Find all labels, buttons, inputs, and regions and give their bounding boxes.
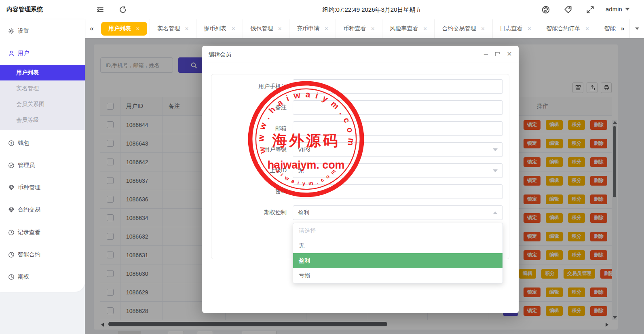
email-input[interactable] [293, 121, 503, 136]
user-icon [8, 50, 15, 57]
users-submenu: 用户列表 实名管理 会员关系图 会员等级 [0, 65, 85, 130]
phone-input[interactable] [293, 79, 503, 94]
sidebar-item-wallet[interactable]: $ 钱包 [0, 136, 85, 150]
tab-user-list[interactable]: 用户列表✕ [101, 22, 147, 36]
tab-close-icon[interactable]: ✕ [423, 26, 427, 32]
submenu-item-member-graph[interactable]: 会员关系图 [0, 96, 85, 112]
password-input[interactable] [293, 184, 503, 199]
sidebar-item-users[interactable]: 用户 [0, 47, 85, 60]
sidebar: 设置 用户 用户列表 实名管理 会员关系图 会员等级 $ 钱包 管理员 币种管理… [0, 19, 85, 292]
tab-close-icon[interactable]: ✕ [185, 26, 189, 32]
check-circle-icon [8, 162, 15, 169]
tab-close-icon[interactable]: ✕ [278, 26, 282, 32]
top-header: 内容管理系统 纽约:07:22:49 2026年3月20日星期五 admin [0, 0, 644, 19]
field-phone: 用户手机号 [202, 79, 519, 94]
theme-palette-icon[interactable] [541, 5, 550, 14]
tabs-menu-icon[interactable] [629, 19, 644, 38]
dropdown-option-profit[interactable]: 盈利 [293, 253, 503, 268]
svg-text:$: $ [11, 142, 13, 145]
tab-wallet-manage[interactable]: 钱包管理✕ [243, 19, 289, 38]
modal-title: 编辑会员 [209, 51, 231, 58]
tab-close-icon[interactable]: ✕ [585, 26, 589, 32]
user-level-select[interactable]: VIP3 [293, 142, 503, 157]
fullscreen-icon[interactable] [586, 5, 595, 14]
dropdown-option-none[interactable]: 无 [293, 238, 503, 253]
maximize-icon[interactable] [494, 51, 501, 58]
field-parent-id: 上级ID 无 [202, 163, 519, 178]
tab-smart-contract-orders[interactable]: 智能合约订单✕ [539, 19, 597, 38]
history-icon [8, 274, 15, 280]
sidebar-item-admins[interactable]: 管理员 [0, 159, 85, 172]
tab-close-icon[interactable]: ✕ [371, 26, 375, 32]
tabs-scroll-right-icon[interactable]: » [616, 25, 629, 33]
option-control-dropdown: 请选择 无 盈利 亏损 [293, 223, 503, 283]
chevron-down-icon [493, 148, 498, 151]
sidebar-collapse-icon[interactable] [96, 5, 105, 14]
chevron-up-icon [493, 211, 498, 214]
tab-realname[interactable]: 实名管理✕ [150, 19, 196, 38]
sidebar-item-coin-manage[interactable]: 币种管理 [0, 181, 85, 194]
chevron-down-icon [493, 169, 498, 172]
gear-icon [8, 28, 15, 34]
tab-withdraw-list[interactable]: 提币列表✕ [196, 19, 243, 38]
user-caret-icon [625, 8, 630, 11]
tab-log-view[interactable]: 日志查看✕ [492, 19, 539, 38]
tab-coin-view[interactable]: 币种查看✕ [336, 19, 382, 38]
tab-close-icon[interactable]: ✕ [324, 26, 328, 32]
field-user-level: 用户等级 VIP3 [202, 142, 519, 157]
tab-close-icon[interactable]: ✕ [481, 26, 485, 32]
tab-bar: « 用户列表✕ 实名管理✕ 提币列表✕ 钱包管理✕ 充币申请✕ 币种查看✕ 风险… [85, 19, 644, 38]
sidebar-item-smart-contract[interactable]: 智能合约 [0, 248, 85, 262]
dropdown-option-placeholder[interactable]: 请选择 [293, 223, 503, 238]
option-control-select[interactable]: 盈利 [293, 205, 503, 220]
field-email: 邮箱 [202, 121, 519, 136]
app-title: 内容管理系统 [6, 6, 43, 13]
submenu-item-member-level[interactable]: 会员等级 [0, 112, 85, 128]
tab-close-icon[interactable]: ✕ [136, 26, 140, 32]
field-note: 备注 [202, 100, 519, 115]
tab-risk-view[interactable]: 风险率查看✕ [382, 19, 434, 38]
tab-close-icon[interactable]: ✕ [528, 26, 532, 32]
minimize-icon[interactable]: ─ [482, 51, 490, 58]
sidebar-item-contract-trade[interactable]: 合约交易 [0, 203, 85, 217]
refresh-icon[interactable] [118, 5, 127, 14]
user-menu[interactable]: admin [606, 6, 630, 13]
sidebar-item-records[interactable]: 记录查看 [0, 226, 85, 239]
modal-header[interactable]: 编辑会员 ─ ✕ [202, 46, 519, 63]
tabs-strip: 用户列表✕ 实名管理✕ 提币列表✕ 钱包管理✕ 充币申请✕ 币种查看✕ 风险率查… [99, 19, 616, 38]
submenu-item-realname[interactable]: 实名管理 [0, 80, 85, 96]
close-icon[interactable]: ✕ [506, 51, 513, 58]
tab-deposit-apply[interactable]: 充币申请✕ [289, 19, 336, 38]
sidebar-item-options[interactable]: 期权 [0, 270, 85, 284]
history-icon [8, 229, 15, 236]
tabs-scroll-left-icon[interactable]: « [85, 25, 99, 33]
clock-text: 纽约:07:22:49 2026年3月20日星期五 [267, 6, 477, 14]
tag-icon[interactable] [564, 5, 572, 14]
gem-icon [8, 207, 15, 213]
tab-close-icon[interactable]: ✕ [231, 26, 235, 32]
gem-icon [8, 184, 15, 191]
app-window: 内容管理系统 纽约:07:22:49 2026年3月20日星期五 admin «… [0, 0, 644, 334]
username: admin [606, 6, 622, 13]
field-option-control: 期权控制 盈利 [202, 205, 519, 220]
submenu-item-user-list[interactable]: 用户列表 [0, 65, 85, 80]
note-input[interactable] [293, 100, 503, 115]
field-password: 密码 [202, 184, 519, 199]
dropdown-option-loss[interactable]: 亏损 [293, 268, 503, 283]
history-icon [8, 252, 15, 258]
tab-smart-contract[interactable]: 智能合约 [597, 19, 616, 38]
parent-id-select[interactable]: 无 [293, 163, 503, 178]
sidebar-item-settings[interactable]: 设置 [0, 24, 85, 38]
tab-contract-trade[interactable]: 合约交易管理✕ [434, 19, 492, 38]
wallet-icon: $ [8, 140, 15, 146]
